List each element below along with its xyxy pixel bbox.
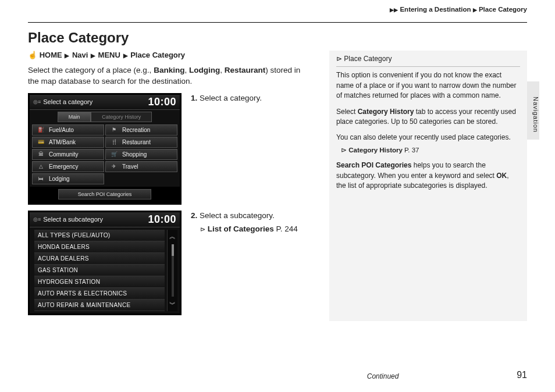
scrollbar[interactable]: ︽ ︾: [167, 230, 177, 311]
breadcrumb: ▶▶ Entering a Destination ▶ Place Catego…: [390, 6, 527, 13]
page-number: 91: [517, 370, 527, 380]
tab-main[interactable]: Main: [58, 112, 91, 122]
chevron-icon: ▶: [123, 52, 129, 59]
emergency-icon: △: [37, 163, 44, 169]
tab-category-history[interactable]: Category History: [91, 112, 152, 122]
restaurant-icon: 🍴: [111, 139, 118, 145]
search-poi-button[interactable]: Search POI Categories: [58, 189, 151, 199]
sub-item[interactable]: AUTO PARTS & ELECTRONICS: [34, 288, 165, 300]
divider: [28, 22, 527, 23]
sub-item[interactable]: HYDROGEN STATION: [34, 276, 165, 288]
cat-label: Shopping: [122, 151, 147, 158]
cat-atm-bank[interactable]: 💳ATM/Bank: [32, 137, 104, 148]
fuel-icon: ⛽: [37, 127, 44, 133]
ref-page: P. 244: [274, 224, 298, 233]
screen1-title: Select a category: [43, 98, 148, 105]
ref-label: List of Categories: [208, 224, 274, 233]
chevron-icon: ▶: [473, 7, 477, 13]
cat-label: Emergency: [49, 163, 79, 170]
t: Category History: [358, 108, 414, 116]
sub-item[interactable]: AUTO REPAIR & MAINTENANCE: [34, 300, 165, 311]
chevron-icon: ▶: [90, 52, 96, 59]
divider: [336, 66, 520, 67]
nav-path: ☝ HOME ▶ Navi ▶ MENU ▶ Place Category: [28, 51, 313, 59]
signal-icon: ◎≡: [33, 216, 41, 222]
community-icon: 🏛: [37, 151, 44, 157]
sidebar-p3: You can also delete your recently used p…: [336, 133, 520, 142]
chevron-icon: ▶: [64, 52, 70, 59]
cat-label: Travel: [122, 163, 138, 170]
path-menu: MENU: [98, 51, 120, 59]
step2-num: 2.: [191, 211, 197, 220]
breadcrumb-b: Place Category: [479, 6, 527, 13]
screen2-title: Select a subcategory: [43, 216, 148, 223]
cat-shopping[interactable]: 🛒Shopping: [105, 149, 177, 160]
path-home: HOME: [40, 51, 62, 59]
screen2-clock: 10:00: [148, 213, 176, 226]
intro-b1: Banking: [154, 66, 184, 74]
breadcrumb-a: Entering a Destination: [400, 6, 471, 13]
t: Select: [336, 108, 358, 116]
cat-label: Recreation: [122, 127, 150, 133]
section-tab-navigation: Navigation: [527, 81, 539, 140]
cat-label: Lodging: [49, 176, 70, 182]
ref-icon: ⊳: [341, 147, 347, 154]
cat-community[interactable]: 🏛Community: [32, 149, 104, 160]
cat-lodging[interactable]: 🛏Lodging: [32, 173, 104, 184]
ref-page: P. 37: [403, 147, 419, 154]
scroll-track[interactable]: [172, 244, 174, 297]
intro-pre: Select the category of a place (e.g.,: [28, 66, 154, 74]
intro-b2: Lodging: [189, 66, 220, 74]
sub-item[interactable]: ALL TYPES (FUEL/AUTO): [34, 230, 165, 241]
screenshot-category: ◎≡ Select a category 10:00 Main Category…: [28, 93, 182, 205]
hand-icon: ☝: [28, 51, 37, 59]
step1-text: Select a category.: [197, 94, 262, 102]
path-navi: Navi: [72, 51, 88, 59]
scroll-down-icon[interactable]: ︾: [169, 300, 176, 309]
t: Search POI Categories: [336, 161, 411, 169]
signal-icon: ◎≡: [33, 99, 41, 105]
cat-restaurant[interactable]: 🍴Restaurant: [105, 137, 177, 148]
info-icon: ⊳: [336, 55, 342, 63]
cat-travel[interactable]: ✈Travel: [105, 161, 177, 172]
intro-c2: ,: [220, 66, 225, 74]
sidebar-title: ⊳ Place Category: [336, 54, 520, 64]
ref-label: Category History: [348, 147, 403, 154]
cat-label: Fuel/Auto: [49, 127, 74, 133]
intro-c1: ,: [184, 66, 189, 74]
t: OK: [496, 172, 507, 180]
shopping-icon: 🛒: [111, 151, 118, 157]
sidebar: ⊳ Place Category This option is convenie…: [329, 51, 527, 321]
cat-label: Community: [49, 151, 79, 158]
sub-item[interactable]: HONDA DEALERS: [34, 241, 165, 253]
intro-b3: Restaurant: [225, 66, 266, 74]
sidebar-p2: Select Category History tab to access yo…: [336, 107, 520, 127]
page-title: Place Category: [28, 30, 527, 46]
sub-item[interactable]: ACURA DEALERS: [34, 253, 165, 265]
sidebar-p4: Search POI Categories helps you to searc…: [336, 161, 520, 191]
screenshot-subcategory: ◎≡ Select a subcategory 10:00 ALL TYPES …: [28, 211, 182, 315]
sidebar-ref: ⊳ Category History P. 37: [336, 145, 520, 155]
continued-label: Continued: [367, 372, 399, 380]
chevron-icon: ▶▶: [390, 7, 398, 13]
cat-label: ATM/Bank: [49, 139, 76, 145]
step2-text: Select a subcategory.: [197, 211, 275, 220]
bank-icon: 💳: [37, 139, 44, 145]
cat-label: Restaurant: [122, 139, 151, 145]
scroll-up-icon[interactable]: ︽: [169, 232, 176, 241]
lodging-icon: 🛏: [37, 176, 44, 181]
sidebar-title-text: Place Category: [344, 55, 392, 63]
screen1-clock: 10:00: [148, 96, 176, 108]
scroll-thumb[interactable]: [172, 244, 174, 256]
travel-icon: ✈: [111, 163, 118, 169]
path-cat: Place Category: [130, 51, 185, 59]
step1-num: 1.: [191, 94, 197, 102]
cat-recreation[interactable]: ⚑Recreation: [105, 124, 177, 136]
ref-icon: ⊳: [200, 226, 205, 233]
intro-text: Select the category of a place (e.g., Ba…: [28, 65, 313, 87]
sidebar-p1: This option is convenient if you do not …: [336, 70, 520, 101]
cat-fuel-auto[interactable]: ⛽Fuel/Auto: [32, 124, 104, 136]
sub-item[interactable]: GAS STATION: [34, 265, 165, 276]
footer: Continued 91: [28, 370, 527, 380]
cat-emergency[interactable]: △Emergency: [32, 161, 104, 172]
